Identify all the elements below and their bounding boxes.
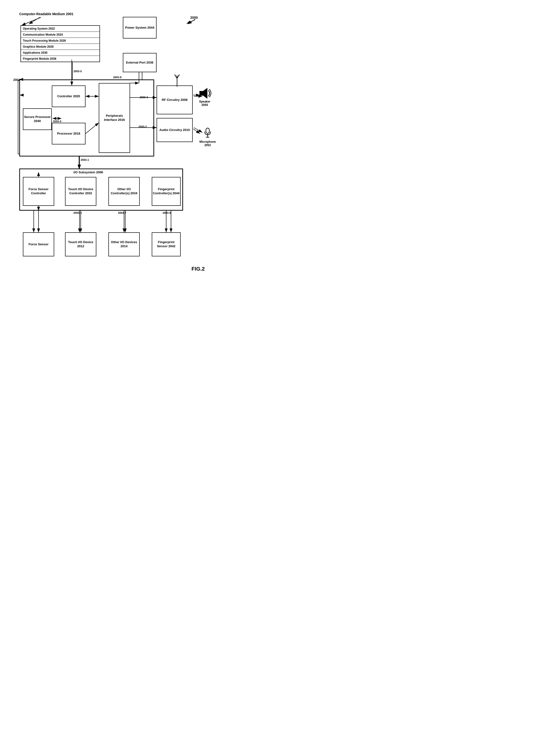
conn-2003-3-label: 2003-3 — [140, 96, 148, 99]
fingerprint-ctrl-box: Fingerprint Controller(s) 2044 — [152, 177, 181, 206]
controller-box: Controller 2020 — [52, 85, 86, 107]
peripherals-interface-box: Peripherals Interface 2016 — [99, 83, 130, 153]
conn-2003-6-label: 2003-6 — [73, 211, 82, 214]
fingerprint-sensor-box: Fingerprint Sensor 2042 — [152, 232, 181, 256]
io-subsystem-label: I/O Subsystem 2006 — [73, 171, 103, 174]
svg-line-33 — [178, 75, 179, 76]
svg-line-3 — [22, 17, 41, 25]
microphone-label: Microphone 2052 — [199, 140, 216, 147]
os-item: Operating System 2022 — [21, 26, 99, 32]
microphone-group: Microphone 2052 — [199, 128, 216, 147]
svg-line-31 — [175, 75, 176, 76]
svg-marker-27 — [203, 88, 207, 99]
touch-io-ctrl-box: Touch I/O Device Controller 2032 — [65, 177, 96, 206]
touch-io-device-box: Touch I/O Device 2012 — [65, 232, 96, 256]
svg-rect-26 — [199, 91, 203, 96]
conn-2003-7-label: 2003-7 — [118, 211, 126, 214]
conn-2003-1-label: 2003-1 — [81, 158, 89, 161]
touch-proc-item: Touch Processing Module 2026 — [21, 38, 99, 44]
processor-box: Processor 2018 — [52, 123, 86, 145]
svg-line-4 — [188, 19, 195, 24]
force-sensor-ctrl-box: Force Sensor Controller — [23, 177, 54, 206]
other-io-ctrl-box: Other I/O Controller(s) 2034 — [108, 177, 140, 206]
audio-circuitry-box: Audio Circuitry 2010 — [157, 118, 193, 142]
speaker-icon — [198, 87, 211, 100]
crm-box: Operating System 2022 Communication Modu… — [20, 25, 100, 62]
graphics-item: Graphics Module 2028 — [21, 44, 99, 50]
conn-2003-5-label: 2003-5 — [73, 70, 82, 73]
antenna-icon — [173, 73, 181, 87]
secure-processor-box: Secure Processor 2040 — [23, 108, 52, 130]
ref-2004-label: 2004 — [13, 78, 20, 82]
diagram: Computer-Readable Medium 2001 Operating … — [5, 5, 212, 279]
power-system-box: Power System 2044 — [123, 17, 157, 39]
rf-circuitry-box: RF Circuitry 2008 — [157, 85, 193, 114]
svg-line-32 — [177, 75, 179, 78]
conn-2003-4-label: 2003-4 — [53, 120, 61, 123]
diagram-number: 2000 — [190, 16, 198, 20]
svg-line-38 — [187, 20, 195, 24]
fingerprint-mod-item: Fingerprint Module 2038 — [21, 56, 99, 62]
conn-2003-8-fp-label: 2003-8 — [163, 211, 171, 214]
microphone-icon — [204, 128, 211, 140]
conn-2003-8-ext-label: 2003-8 — [113, 76, 121, 79]
speaker-label: Speaker 2050 — [198, 100, 212, 107]
svg-line-37 — [29, 17, 40, 24]
comm-item: Communication Module 2024 — [21, 32, 99, 38]
svg-line-30 — [175, 75, 177, 78]
svg-line-44 — [193, 129, 200, 134]
fig-label: FIG.2 — [191, 266, 205, 272]
other-io-devices-box: Other I/O Devices 2014 — [108, 232, 140, 256]
force-sensor-box: Force Sensor — [23, 232, 54, 256]
conn-2003-2-label: 2003-2 — [138, 125, 147, 128]
external-port-box: External Port 2036 — [123, 53, 157, 72]
apps-item: Applications 2030 — [21, 50, 99, 56]
crm-label: Computer-Readable Medium 2001 — [19, 12, 73, 16]
svg-rect-28 — [206, 128, 209, 133]
speaker-group: Speaker 2050 — [198, 87, 212, 107]
